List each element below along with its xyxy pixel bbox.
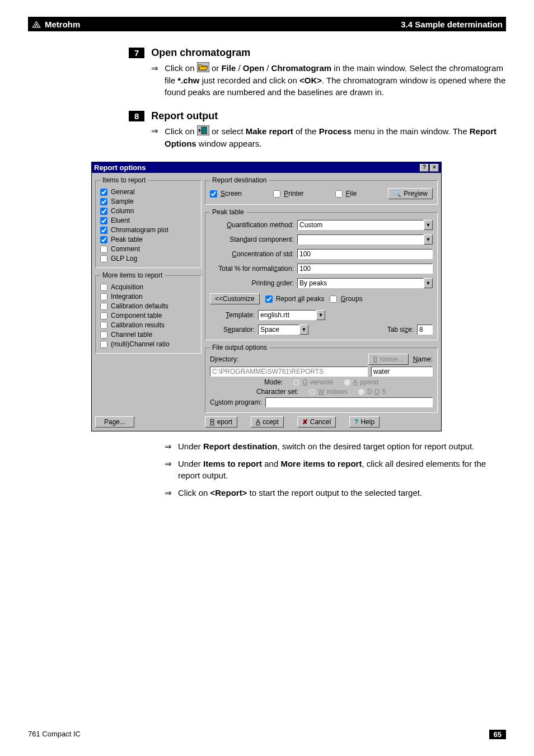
peak-legend: Peak table — [210, 208, 246, 216]
report-destination-group: Report destination SScreencreen PrinterP… — [205, 176, 438, 205]
filename-input[interactable]: water — [371, 367, 433, 377]
footer-product: 761 Compact IC — [28, 730, 81, 739]
name-label: Name: — [413, 355, 433, 363]
overwrite-radio[interactable]: OverwriteOverwrite — [293, 378, 333, 386]
glplog-checkbox[interactable]: GLP Log — [100, 255, 196, 262]
more-items-group: More items to report Acquisition Integra… — [95, 271, 202, 354]
printer-checkbox[interactable]: PrinterPrinter — [273, 190, 303, 198]
svg-rect-2 — [202, 127, 207, 134]
file-checkbox[interactable]: FileFile — [335, 190, 357, 198]
printorder-select[interactable]: By peaks▼ — [297, 278, 433, 288]
directory-label: Directory: — [210, 355, 238, 363]
chevron-down-icon[interactable]: ▼ — [316, 310, 325, 320]
comment-checkbox[interactable]: Comment — [100, 245, 196, 253]
cancel-button[interactable]: ✘Cancel — [297, 416, 336, 428]
post-notes: ⇒Under Report destination, switch on the… — [165, 440, 506, 499]
custom-program-input[interactable] — [265, 397, 433, 407]
step-8-body: ⇒ Click on or select Make report of the … — [165, 125, 506, 150]
items-to-report-group: Items to report General Sample Column El… — [95, 176, 202, 268]
close-titlebar-button[interactable]: × — [430, 164, 439, 172]
dest-legend: Report destination — [210, 176, 269, 184]
column-checkbox[interactable]: Column — [100, 207, 196, 215]
caldef-checkbox[interactable]: Calibration defaults — [100, 302, 196, 310]
chevron-down-icon[interactable]: ▼ — [299, 325, 308, 335]
peak-table-group: Peak table Quantification method:Quantif… — [205, 208, 438, 340]
separator-select[interactable]: Space▼ — [258, 325, 308, 335]
step-7-body: ⇒ Click on or File / Open / Chromatogram… — [165, 62, 506, 98]
section-text: 3.4 Sample determination — [401, 20, 503, 29]
footer-page-number: 65 — [489, 730, 506, 739]
more-legend: More items to report — [100, 271, 165, 279]
report-all-peaks-checkbox[interactable]: Report all peaksReport all peaks — [265, 295, 325, 303]
file-output-group: File output options Directory:Directory:… — [205, 344, 438, 413]
chevron-down-icon[interactable]: ▼ — [424, 234, 433, 245]
charset-label: Character set: — [256, 388, 298, 396]
preview-button[interactable]: 🔍PreviewPreview — [388, 188, 433, 199]
report-options-dialog: Report options ? × Items to report Gener… — [91, 162, 442, 431]
help-icon: ? — [354, 418, 358, 426]
groups-checkbox[interactable]: GroupsGroups — [330, 295, 362, 303]
tabsize-input[interactable]: 8 — [417, 325, 433, 335]
page-footer: 761 Compact IC 65 — [28, 730, 506, 739]
eluent-checkbox[interactable]: Eluent — [100, 217, 196, 224]
quantification-select[interactable]: Custom▼ — [297, 220, 433, 230]
make-report-icon — [197, 125, 209, 138]
accept-button[interactable]: AcceptAccept — [251, 416, 284, 428]
comptable-checkbox[interactable]: Component table — [100, 312, 196, 320]
template-select[interactable]: english.rtt▼ — [258, 310, 325, 320]
page-header: Metrohm 3.4 Sample determination — [28, 17, 506, 31]
calres-checkbox[interactable]: Calibration results — [100, 321, 196, 329]
tabsize-label: Tab size: — [387, 326, 414, 334]
sample-checkbox[interactable]: Sample — [100, 198, 196, 205]
integration-checkbox[interactable]: Integration — [100, 293, 196, 300]
report-button[interactable]: ReportReport — [205, 416, 237, 428]
screen-checkbox[interactable]: SScreencreen — [210, 190, 242, 198]
step-7-title: Open chromatogram — [151, 47, 250, 59]
chevron-down-icon[interactable]: ▼ — [424, 278, 433, 288]
standard-select[interactable]: ▼ — [297, 234, 433, 245]
dos-radio[interactable]: DOSDOS — [358, 388, 386, 396]
multichan-checkbox[interactable]: (multi)Channel ratio — [100, 340, 196, 348]
page-button[interactable]: Page... — [95, 416, 134, 428]
customize-button[interactable]: <<Customize — [210, 293, 260, 304]
directory-input[interactable]: C:\PROGRAMME\SW761\REPORTS — [210, 367, 368, 377]
dialog-titlebar[interactable]: Report options ? × — [92, 162, 441, 173]
preview-icon: 🔍 — [393, 190, 401, 198]
brand-icon — [31, 19, 41, 29]
peaktable-checkbox[interactable]: Peak table — [100, 236, 196, 243]
browse-button[interactable]: Browse...Browse... — [368, 354, 409, 365]
append-radio[interactable]: AppendAppend — [344, 378, 378, 386]
chantable-checkbox[interactable]: Channel table — [100, 331, 196, 339]
chevron-down-icon[interactable]: ▼ — [424, 220, 433, 230]
brand-text: Metrohm — [45, 20, 80, 29]
totalpct-input[interactable]: 100 — [297, 264, 433, 274]
step-7-badge: 7 — [129, 48, 144, 58]
help-button[interactable]: ?Help — [349, 416, 380, 428]
help-titlebar-button[interactable]: ? — [420, 164, 429, 172]
concentration-input[interactable]: 100 — [297, 249, 433, 259]
acquisition-checkbox[interactable]: Acquisition — [100, 283, 196, 291]
fileout-legend: File output options — [210, 344, 269, 351]
items-legend: Items to report — [100, 176, 148, 184]
cancel-icon: ✘ — [302, 418, 308, 426]
dialog-title: Report options — [94, 163, 146, 172]
step-8-badge: 8 — [129, 111, 144, 121]
open-file-icon — [197, 62, 209, 75]
custom-program-label: Custom program: — [210, 398, 262, 406]
mode-label: Mode: — [264, 378, 283, 386]
chromplot-checkbox[interactable]: Chromatogram plot — [100, 226, 196, 234]
windows-radio[interactable]: WindowsWindows — [308, 388, 348, 396]
general-checkbox[interactable]: General — [100, 188, 196, 196]
step-8-title: Report output — [151, 110, 218, 122]
